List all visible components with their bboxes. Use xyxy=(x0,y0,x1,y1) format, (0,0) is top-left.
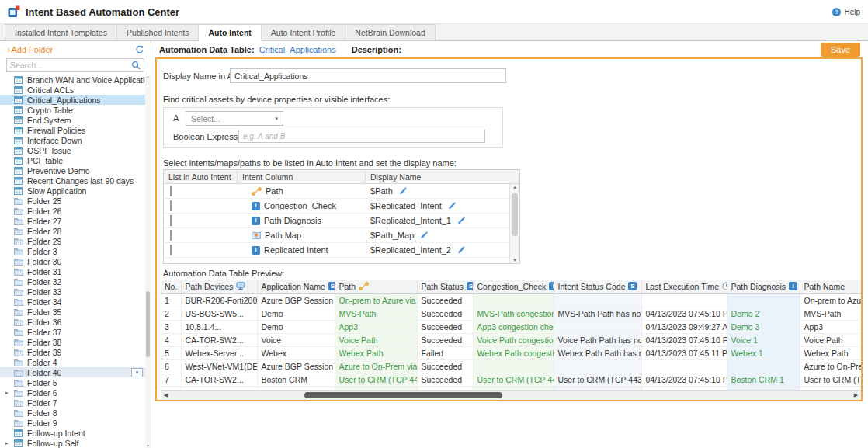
tree-item-preventive-demo[interactable]: Preventive Demo xyxy=(0,165,145,175)
path-link[interactable]: Webex Path xyxy=(339,349,384,358)
column-header-devices[interactable]: Path Devices xyxy=(181,280,257,293)
scroll-down-icon[interactable]: ▼ xyxy=(510,258,519,262)
diagnosis-link[interactable]: Voice 1 xyxy=(731,335,758,345)
folder-dropdown-button[interactable]: ▾ xyxy=(131,368,143,377)
intent-row-replicated-intent[interactable]: iReplicated Intent$Replicated_Intent_2 xyxy=(164,243,509,258)
tree-item-folder-6[interactable]: ▸Folder 6 xyxy=(0,387,145,398)
tree-item-folder-36[interactable]: Folder 36 xyxy=(0,317,145,327)
tree-item-folder-38[interactable]: Folder 38 xyxy=(0,337,145,347)
scroll-right-icon[interactable]: ▶ xyxy=(851,391,861,400)
tree-item-follow-up-intent[interactable]: Follow-up Intent xyxy=(0,428,145,438)
column-header-congestion[interactable]: Congestion_CheckI xyxy=(473,280,554,293)
congestion-link[interactable]: User to CRM (TCP 443) c... xyxy=(477,375,554,384)
column-header-diagnosis[interactable]: Path DiagnosisI xyxy=(727,280,800,293)
tree-item-folder-39[interactable]: Folder 39 xyxy=(0,347,145,357)
tree-item-folder-8[interactable]: Folder 8 xyxy=(0,408,145,418)
tree-item-folder-26[interactable]: Folder 26 xyxy=(0,206,145,216)
tree-item-folder-7[interactable]: Folder 7 xyxy=(0,398,145,408)
diagnosis-link[interactable]: Demo 2 xyxy=(731,309,760,318)
tree-item-end-system[interactable]: End System xyxy=(0,115,145,125)
list-in-auto-intent-checkbox[interactable] xyxy=(170,200,172,211)
save-button[interactable]: Save xyxy=(821,43,860,57)
tree-item-firewall-policies[interactable]: Firewall Policies xyxy=(0,125,145,135)
path-link[interactable]: User to CRM (TCP 443) xyxy=(339,375,418,384)
edit-pencil-icon[interactable] xyxy=(399,187,407,195)
congestion-link[interactable]: Voice Path congestion c... xyxy=(477,335,554,345)
tree-item-crypto-table[interactable]: Crypto Table xyxy=(0,105,145,115)
intent-row-path-diagnosis[interactable]: iPath Diagnosis$Replicated_Intent_1 xyxy=(164,214,509,228)
tree-item-folder-33[interactable]: Folder 33 xyxy=(0,287,145,297)
edit-pencil-icon[interactable] xyxy=(448,202,456,210)
table-row[interactable]: 1BUR-R206-Forti200F-1_(De...Azure BGP Se… xyxy=(161,293,861,307)
list-in-auto-intent-checkbox[interactable] xyxy=(170,230,172,241)
path-link[interactable]: App3 xyxy=(339,322,359,332)
edit-pencil-icon[interactable] xyxy=(457,246,465,254)
refresh-icon[interactable] xyxy=(135,45,144,54)
tree-item-folder-27[interactable]: Folder 27 xyxy=(0,216,145,226)
path-link[interactable]: Azure to On-Prem via VPN xyxy=(339,362,418,371)
table-row[interactable]: 2US-BOS-SW5...DemoMVS-PathSucceededMVS-P… xyxy=(161,307,861,320)
tree-item-folder-4[interactable]: Folder 4 xyxy=(0,357,145,367)
tree-item-pci-table[interactable]: PCI_table xyxy=(0,155,145,165)
search-icon[interactable] xyxy=(131,61,141,70)
tab-auto-intent-profile[interactable]: Auto Intent Profile xyxy=(262,24,345,40)
intent-table-scrollbar[interactable]: ▲ ▼ xyxy=(509,184,519,263)
tree-item-slow-application[interactable]: Slow Application xyxy=(0,186,145,196)
diagnosis-link[interactable]: Webex 1 xyxy=(731,349,763,358)
intent-row-congestion-check[interactable]: iCongestion_Check$Replicated_Intent xyxy=(164,199,509,214)
path-link[interactable]: Voice Path xyxy=(339,335,378,345)
intent-scrollbar-thumb[interactable] xyxy=(512,193,518,236)
column-header-path[interactable]: Path xyxy=(335,280,417,293)
tab-netbrain-download[interactable]: NetBrain Download xyxy=(345,24,435,40)
edit-pencil-icon[interactable] xyxy=(457,217,465,224)
sidebar-scrollbar-thumb[interactable] xyxy=(146,291,150,357)
column-header-no[interactable]: No. xyxy=(161,280,181,293)
tree-item-folder-31[interactable]: Folder 31 xyxy=(0,266,145,276)
tree-item-folder-5[interactable]: Folder 5 xyxy=(0,377,145,387)
intent-row-path[interactable]: Path$Path xyxy=(164,184,509,199)
add-folder-button[interactable]: +Add Folder xyxy=(6,45,53,54)
scroll-up-icon[interactable]: ▲ xyxy=(510,185,519,189)
tree-item-folder-32[interactable]: Folder 32 xyxy=(0,276,145,287)
table-row[interactable]: 6West-VNet-VM1(DEMO-LAB...Azure BGP Sess… xyxy=(161,359,861,373)
congestion-link[interactable]: MVS-Path congestion ch... xyxy=(477,309,554,318)
congestion-link[interactable]: Webex Path congestion ... xyxy=(477,349,554,358)
table-row[interactable]: 5Webex-Server...WebexWebex PathFailedWeb… xyxy=(161,346,861,359)
tree-item-folder-34[interactable]: Folder 34 xyxy=(0,297,145,307)
intent-row-path-map[interactable]: Path Map$Path_Map xyxy=(164,228,509,243)
tree-item-folder-40[interactable]: Folder 40▾ xyxy=(0,367,145,377)
help-button[interactable]: ? Help xyxy=(832,8,860,16)
column-header-status[interactable]: Path StatusS xyxy=(417,280,473,293)
list-in-auto-intent-checkbox[interactable] xyxy=(170,186,172,196)
tree-item-follow-up-self[interactable]: ▸Follow-up Self xyxy=(0,438,145,448)
automation-table-name-link[interactable]: Critical_Applications xyxy=(259,45,336,54)
horizontal-scrollbar[interactable]: ◀ ▶ xyxy=(161,390,861,400)
diagnosis-link[interactable]: Boston CRM 1 xyxy=(731,375,784,384)
scroll-down-icon[interactable]: ▼ xyxy=(145,443,151,448)
tree-item-folder-35[interactable]: Folder 35 xyxy=(0,307,145,317)
tree-item-branch-wan-and-voice-application[interactable]: Branch WAN and Voice Application xyxy=(0,75,145,85)
scroll-up-icon[interactable]: ▲ xyxy=(145,75,151,79)
tree-item-critical-applications[interactable]: Critical_Applications xyxy=(0,95,145,105)
congestion-link[interactable]: App3 congestion check xyxy=(477,322,554,332)
tab-installed-intent-templates[interactable]: Installed Intent Templates xyxy=(5,24,117,40)
tree-item-folder-28[interactable]: Folder 28 xyxy=(0,226,145,236)
table-row[interactable]: 4CA-TOR-SW2...VoiceVoice PathSucceededVo… xyxy=(161,333,861,346)
tree-item-folder-30[interactable]: Folder 30 xyxy=(0,256,145,266)
tree-item-critical-acls[interactable]: Critical ACLs xyxy=(0,85,145,95)
scroll-left-icon[interactable]: ◀ xyxy=(161,391,171,400)
column-header-app[interactable]: Application NameS xyxy=(257,280,335,293)
table-row[interactable]: 310.8.1.4...DemoApp3SucceededApp3 conges… xyxy=(161,320,861,333)
condition-select[interactable]: Select... ▾ xyxy=(186,111,283,126)
column-header-last_exec[interactable]: Last Execution Time xyxy=(641,280,727,293)
path-link[interactable]: MVS-Path xyxy=(339,309,377,318)
tree-item-recent-changes-last-90-days[interactable]: Recent Changes last 90 days xyxy=(0,175,145,186)
tab-published-intents[interactable]: Published Intents xyxy=(117,24,200,40)
display-name-input[interactable] xyxy=(230,68,506,83)
table-row[interactable]: 7CA-TOR-SW2...Boston CRMUser to CRM (TCP… xyxy=(161,373,861,386)
tree-item-folder-37[interactable]: Folder 37 xyxy=(0,327,145,337)
edit-pencil-icon[interactable] xyxy=(420,231,428,239)
tree-item-folder-9[interactable]: Folder 9 xyxy=(0,418,145,428)
tab-auto-intent[interactable]: Auto Intent xyxy=(199,24,261,41)
tree-item-interface-down[interactable]: Interface Down xyxy=(0,135,145,145)
